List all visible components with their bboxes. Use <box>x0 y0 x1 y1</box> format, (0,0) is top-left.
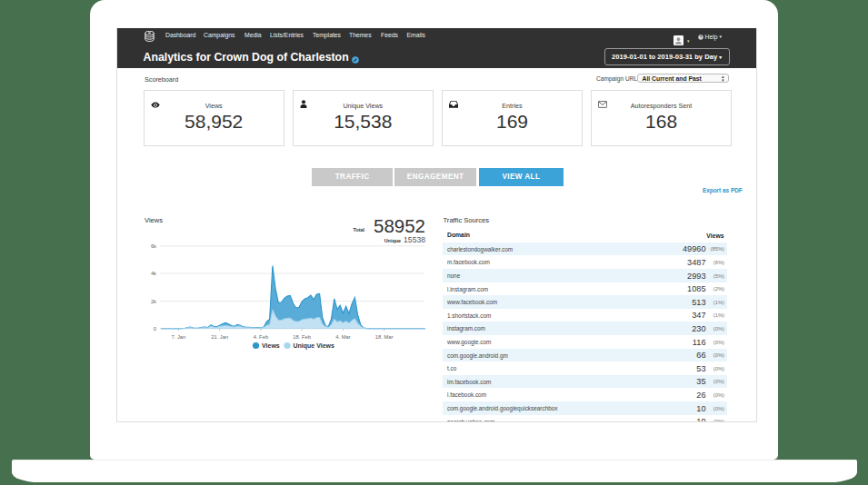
svg-text:18. Feb: 18. Feb <box>293 334 311 340</box>
svg-text:Unique Views: Unique Views <box>294 342 334 350</box>
svg-text:0: 0 <box>154 326 156 332</box>
svg-text:2k: 2k <box>151 299 156 304</box>
svg-text:4. Feb: 4. Feb <box>254 334 268 340</box>
svg-text:?: ? <box>699 35 702 39</box>
svg-text:Views: Views <box>262 342 280 349</box>
svg-text:4. Mar: 4. Mar <box>335 334 350 340</box>
svg-text:7. Jan: 7. Jan <box>172 334 186 340</box>
svg-text:6k: 6k <box>151 243 156 249</box>
svg-text:4k: 4k <box>151 271 156 276</box>
svg-text:21. Jan: 21. Jan <box>211 334 228 340</box>
svg-text:18. Mar: 18. Mar <box>375 334 394 340</box>
